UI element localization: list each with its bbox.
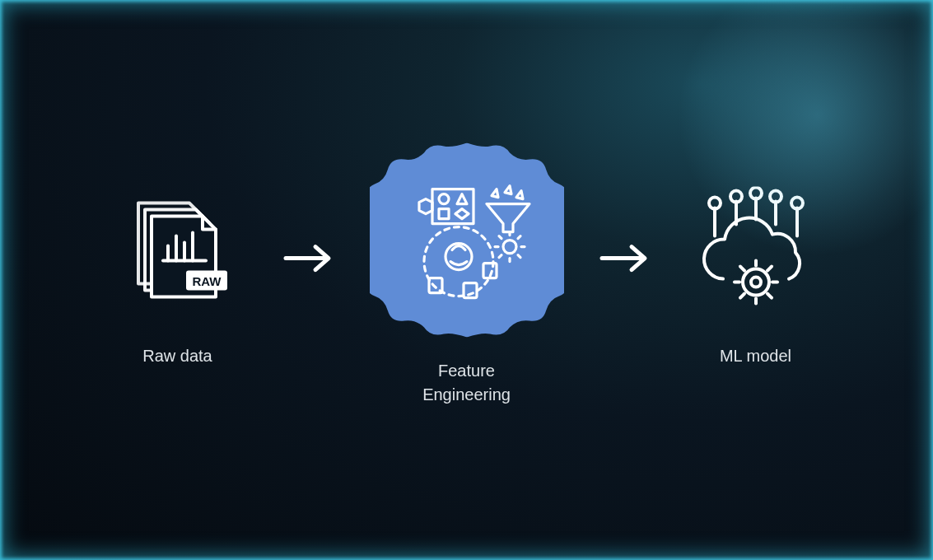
raw-badge-text: RAW: [192, 273, 222, 287]
raw-data-documents-icon: RAW: [108, 182, 248, 322]
stage-ml-model: ML model: [686, 182, 826, 367]
svg-line-47: [767, 266, 772, 270]
feature-engineering-badge-icon: [370, 143, 564, 338]
svg-point-20: [503, 240, 516, 254]
svg-point-41: [751, 277, 761, 287]
stage-feature-engineering: Feature Engineering: [370, 143, 564, 407]
svg-line-27: [499, 255, 501, 258]
svg-line-46: [740, 266, 744, 270]
stage-raw-label: Raw data: [142, 343, 212, 367]
svg-line-25: [499, 236, 501, 239]
stage-raw-data: RAW Raw data: [108, 182, 248, 367]
svg-marker-18: [505, 186, 511, 194]
pipeline-diagram: RAW Raw data: [108, 143, 826, 407]
svg-line-26: [518, 236, 520, 239]
ml-model-cloud-gear-icon: [686, 182, 826, 322]
arrow-right-icon: [282, 244, 335, 273]
svg-marker-13: [457, 194, 467, 204]
arrow-right-icon: [599, 244, 651, 273]
svg-marker-19: [516, 191, 523, 199]
svg-point-7: [424, 227, 493, 296]
svg-marker-15: [455, 209, 469, 219]
stage-feature-label: Feature Engineering: [422, 359, 511, 407]
svg-marker-16: [419, 199, 432, 214]
svg-line-28: [518, 255, 520, 258]
svg-point-12: [439, 194, 449, 204]
svg-point-40: [743, 268, 769, 295]
svg-marker-17: [492, 189, 498, 198]
stage-ml-label: ML model: [720, 343, 791, 367]
svg-rect-9: [464, 283, 477, 298]
svg-rect-14: [439, 209, 449, 219]
svg-line-48: [740, 293, 744, 297]
svg-line-49: [767, 293, 772, 297]
